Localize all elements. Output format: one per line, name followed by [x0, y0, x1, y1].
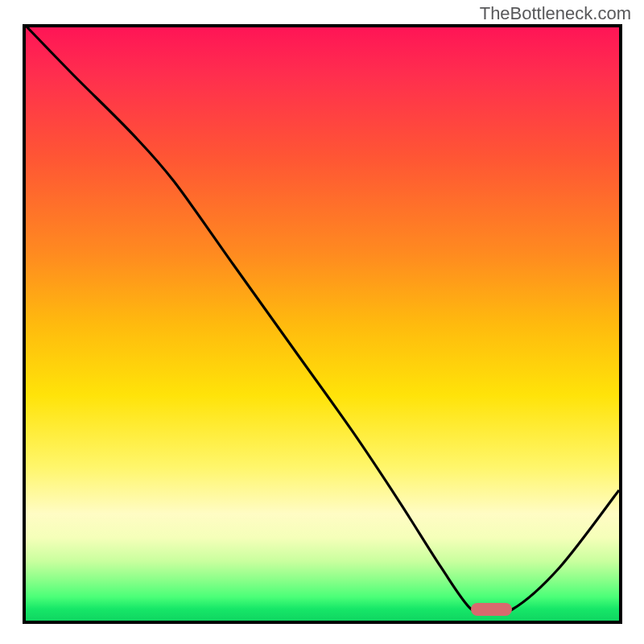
- watermark-text: TheBottleneck.com: [480, 3, 631, 24]
- bottleneck-curve: [26, 27, 619, 621]
- chart-frame: [23, 24, 622, 624]
- optimal-range-marker: [471, 603, 513, 616]
- curve-path: [26, 27, 619, 613]
